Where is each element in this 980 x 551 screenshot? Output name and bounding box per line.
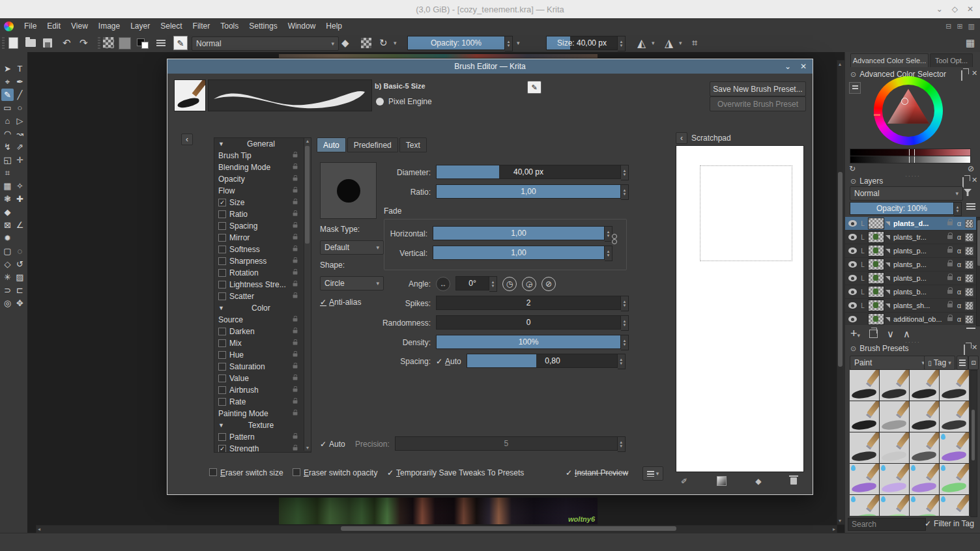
layer-alpha-icon[interactable]: α: [957, 302, 961, 309]
brush-settings-icon[interactable]: [156, 36, 166, 50]
spikes-slider[interactable]: 2 ▲▼: [436, 296, 629, 311]
layer-alpha-icon[interactable]: α: [957, 274, 961, 282]
contiguous-select-tool-icon[interactable]: ✳: [1, 271, 14, 283]
presets-list-view-icon[interactable]: [957, 356, 968, 370]
save-new-preset-button[interactable]: Save New Brush Preset...: [710, 81, 806, 96]
option-checkbox[interactable]: [218, 257, 226, 265]
panel-toggle-icon[interactable]: ▥: [968, 22, 975, 31]
polygon-tool-icon[interactable]: ⌂: [1, 115, 14, 127]
rect-select-tool-icon[interactable]: ▢: [1, 245, 14, 257]
crop-tool-icon[interactable]: ⌗: [1, 167, 14, 179]
instant-preview-checkbox[interactable]: ✓Instant Preview: [566, 468, 628, 477]
eraser-switch-opacity-checkbox[interactable]: Eraser switch opacity: [293, 468, 377, 477]
eraser-switch-size-checkbox[interactable]: Eraser switch size: [209, 468, 283, 477]
layer-row[interactable]: Lplants_sh...α: [845, 299, 976, 313]
option-checkbox[interactable]: [218, 433, 226, 441]
layer-row[interactable]: additional_ob...α: [845, 313, 976, 325]
option-checkbox[interactable]: [218, 328, 226, 335]
line-tool-icon[interactable]: ╱: [14, 89, 26, 101]
menu-file[interactable]: File: [19, 18, 42, 34]
layer-lock-icon[interactable]: [947, 235, 953, 239]
spacing-slider[interactable]: 0,80 ▲▼: [467, 354, 626, 369]
layer-alpha-icon[interactable]: α: [957, 261, 961, 268]
option-painting-mode[interactable]: Painting Mode: [214, 408, 311, 419]
presets-scrollbar[interactable]: [970, 370, 977, 517]
randomness-slider[interactable]: 0 ▲▼: [436, 315, 629, 331]
layer-visibility-icon[interactable]: [848, 302, 857, 309]
tab-auto[interactable]: Auto: [317, 137, 346, 152]
option-blending-mode[interactable]: Blending Mode: [214, 162, 311, 173]
dialog-close-button[interactable]: ✕: [796, 59, 811, 74]
menu-settings[interactable]: Settings: [244, 18, 282, 34]
move-layer-down-button[interactable]: ∨: [887, 328, 894, 340]
menu-view[interactable]: View: [66, 18, 93, 34]
color-sampler-tool-icon[interactable]: ✧: [14, 180, 26, 192]
gradient-chooser-icon[interactable]: [103, 37, 114, 48]
acs-float-icon[interactable]: [961, 70, 962, 81]
size-slider[interactable]: Size: 40,00 px ▲▼: [546, 36, 626, 51]
duplicate-layer-button[interactable]: [869, 330, 878, 338]
window-shade-button[interactable]: ⌄: [936, 5, 943, 14]
wrap-around-icon[interactable]: ⌗: [692, 36, 697, 50]
brush-preset-tile[interactable]: [940, 370, 969, 401]
options-section-color[interactable]: ▼Color: [214, 302, 311, 314]
layer-visibility-icon[interactable]: [848, 261, 857, 268]
select-shapes-tool-icon[interactable]: ➤: [1, 63, 14, 75]
enclose-fill-tool-icon[interactable]: ⊠: [1, 219, 14, 231]
collapse-options-button[interactable]: ‹: [181, 134, 193, 145]
brush-preset-tile[interactable]: [940, 401, 969, 432]
option-saturation[interactable]: Saturation: [214, 361, 311, 373]
layer-visibility-icon[interactable]: [848, 275, 857, 281]
reload-preset-icon[interactable]: ↻: [379, 36, 388, 50]
inherit-alpha-icon[interactable]: [965, 288, 973, 296]
ellipse-tool-icon[interactable]: ○: [14, 102, 26, 114]
edit-shapes-tool-icon[interactable]: ⌖: [1, 76, 14, 88]
inherit-alpha-icon[interactable]: [965, 315, 973, 324]
layer-lock-icon[interactable]: [947, 262, 953, 266]
workspace-chooser-icon[interactable]: ▦: [966, 36, 975, 50]
layer-opacity-slider[interactable]: Opacity: 100% ▲▼: [850, 202, 962, 216]
option-checkbox[interactable]: [218, 386, 226, 394]
preserve-alpha-icon[interactable]: [361, 38, 371, 48]
options-section-texture[interactable]: ▼Texture: [214, 419, 311, 431]
tab-tool-options[interactable]: Tool Opt...: [930, 53, 973, 67]
window-maximize-button[interactable]: ◇: [952, 5, 958, 14]
option-checkbox[interactable]: [218, 246, 226, 253]
scratchpad-fill-icon[interactable]: ◆: [755, 477, 761, 486]
option-pattern[interactable]: Pattern: [214, 431, 311, 443]
dynamic-brush-tool-icon[interactable]: ↯: [1, 141, 14, 153]
brush-preset-tile[interactable]: [880, 432, 909, 463]
preset-tag-select[interactable]: Paint▾: [850, 356, 929, 370]
pattern-edit-tool-icon[interactable]: ❃: [1, 193, 14, 205]
layer-lock-icon[interactable]: [947, 317, 953, 321]
toolbar-grip[interactable]: [98, 37, 100, 49]
menu-layer[interactable]: Layer: [125, 18, 155, 34]
layer-alpha-icon[interactable]: α: [957, 288, 961, 296]
brush-preset-tile[interactable]: [850, 401, 879, 432]
bezier-select-tool-icon[interactable]: ⊃: [1, 284, 14, 296]
layer-visibility-icon[interactable]: [848, 289, 857, 295]
option-hue[interactable]: Hue: [214, 349, 311, 361]
gradient-tool-icon[interactable]: ▦: [1, 180, 14, 192]
layer-row[interactable]: Lplants_p...α: [845, 272, 976, 285]
mirror-v-dropdown-icon[interactable]: ▾: [679, 36, 682, 50]
filter-in-tag-checkbox[interactable]: ✓Filter in Tag: [925, 519, 974, 528]
size-spinner[interactable]: ▲▼: [618, 36, 626, 51]
rectangle-tool-icon[interactable]: ▭: [1, 102, 14, 114]
spacing-auto-checkbox[interactable]: ✓Auto: [436, 357, 461, 366]
option-checkbox[interactable]: [218, 292, 226, 300]
layer-row[interactable]: Lplants_tr...α: [845, 231, 976, 244]
option-lightness-stre-[interactable]: Lightness Stre...: [214, 279, 311, 290]
angle-input[interactable]: 0° ▲▼: [455, 276, 497, 292]
option-rate[interactable]: Rate: [214, 396, 311, 408]
layer-opacity-spinner[interactable]: ▲▼: [954, 202, 962, 216]
option-checkbox[interactable]: [218, 281, 226, 289]
scratchpad-collapse-button[interactable]: ‹: [676, 132, 687, 144]
presets-close-icon[interactable]: ✕: [972, 343, 977, 352]
layer-row[interactable]: Lplants_d...α: [845, 217, 976, 231]
magnetic-select-tool-icon[interactable]: ⊏: [14, 284, 26, 296]
layers-close-icon[interactable]: ✕: [972, 176, 977, 184]
option-value[interactable]: Value: [214, 373, 311, 384]
options-scrollbar[interactable]: ▲ ▼: [304, 138, 311, 451]
brush-preset-tile[interactable]: [910, 432, 939, 463]
